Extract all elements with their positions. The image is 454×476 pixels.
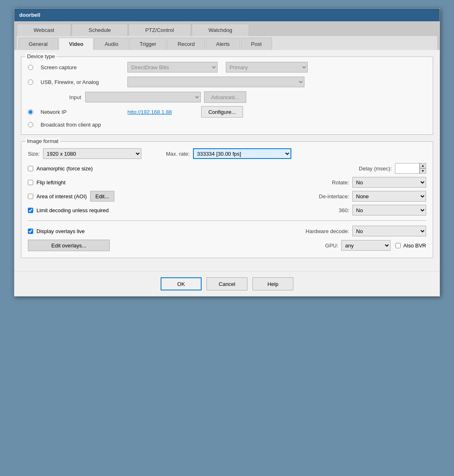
directdraw-select[interactable]: DirectDraw Blits xyxy=(127,62,218,73)
window-title: doorbell xyxy=(19,12,40,18)
size-rate-row: Size: 1920 x 1080 Max. rate: 333334 [30.… xyxy=(28,148,426,159)
gpu-row: GPU: any Also BVR xyxy=(325,240,426,251)
usb-label: USB, Firewire, or Analog xyxy=(41,79,123,85)
tab-post[interactable]: Post xyxy=(241,38,272,50)
delay-down-btn[interactable]: ▼ xyxy=(420,168,426,174)
aoi-deinterlace-row: Area of interest (AOI) Edit... De-interl… xyxy=(28,191,426,202)
anamorphic-delay-row: Anamorphic (force size) Delay (msec): 0 … xyxy=(28,163,426,174)
device-type-group: Device type Screen capture DirectDraw Bl… xyxy=(21,57,433,135)
max-rate-select[interactable]: 333334 [30.00 fps] xyxy=(193,148,291,159)
broadcast-radio[interactable] xyxy=(28,122,33,127)
tab-audio[interactable]: Audio xyxy=(94,38,128,50)
tab-schedule[interactable]: Schedule xyxy=(72,24,127,36)
360-label: 360: xyxy=(339,207,349,213)
tab-row-2-container: General Video Audio Trigger Record Alert… xyxy=(17,36,437,50)
flip-label: Flip left/right xyxy=(36,179,66,186)
aoi-checkbox[interactable] xyxy=(28,194,33,199)
delay-spinner: 0 ▲ ▼ xyxy=(395,163,426,174)
limit-decoding-label: Limit decoding unless required xyxy=(36,207,109,213)
aoi-row: Area of interest (AOI) Edit... xyxy=(28,191,319,202)
deinterlace-row: De-interlace: None xyxy=(319,191,426,202)
flip-checkbox[interactable] xyxy=(28,180,33,185)
delay-label: Delay (msec): xyxy=(359,165,392,172)
network-ip-row: Network IP http://192.168.1.88 Configure… xyxy=(28,106,426,118)
hardware-decode-select[interactable]: No xyxy=(352,226,426,236)
size-select[interactable]: 1920 x 1080 xyxy=(43,148,141,159)
device-type-label: Device type xyxy=(25,53,57,59)
display-overlays-checkbox[interactable] xyxy=(28,229,33,234)
overlays-hardware-row: Display overlays live Hardware decode: N… xyxy=(28,226,426,236)
limit-decoding-checkbox[interactable] xyxy=(28,208,33,213)
primary-select[interactable]: Primary xyxy=(226,62,308,73)
limit-360-row: Limit decoding unless required 360: No xyxy=(28,205,426,215)
tab-row-2: General Video Audio Trigger Record Alert… xyxy=(18,38,436,50)
screen-capture-row: Screen capture DirectDraw Blits Primary xyxy=(28,62,426,73)
tabs-container: Webcast Schedule PTZ/Control Watchdog Ge… xyxy=(14,21,440,50)
bottom-buttons-bar: OK Cancel Help xyxy=(14,271,440,296)
usb-radio[interactable] xyxy=(28,79,33,85)
input-row: Input Advanced... xyxy=(28,91,426,103)
size-label: Size: xyxy=(28,151,40,157)
rotate-row: Rotate: No xyxy=(332,177,426,188)
deinterlace-select[interactable]: None xyxy=(352,191,426,202)
flip-row: Flip left/right xyxy=(28,179,332,186)
flip-rotate-row: Flip left/right Rotate: No xyxy=(28,177,426,188)
aoi-label: Area of interest (AOI) xyxy=(36,193,87,199)
screen-capture-radio[interactable] xyxy=(28,65,33,70)
also-bvr-row: Also BVR xyxy=(395,243,426,249)
tab-record[interactable]: Record xyxy=(167,38,205,50)
configure-button[interactable]: Configure... xyxy=(201,106,243,118)
deinterlace-label: De-interlace: xyxy=(319,193,349,199)
delay-input[interactable]: 0 xyxy=(395,163,420,174)
advanced-button[interactable]: Advanced... xyxy=(204,91,246,103)
ok-button[interactable]: OK xyxy=(161,277,202,290)
display-overlays-label: Display overlays live xyxy=(36,228,85,234)
delay-row: Delay (msec): 0 ▲ ▼ xyxy=(359,163,426,174)
edit-overlays-section: Edit overlays... xyxy=(28,240,325,251)
input-label: Input xyxy=(28,94,85,100)
anamorphic-row: Anamorphic (force size) xyxy=(28,165,359,172)
edit-overlays-gpu-row: Edit overlays... GPU: any Also BVR xyxy=(28,240,426,251)
hardware-decode-label: Hardware decode: xyxy=(306,228,349,234)
also-bvr-checkbox[interactable] xyxy=(395,243,401,248)
separator xyxy=(28,220,426,221)
cancel-button[interactable]: Cancel xyxy=(207,277,247,290)
hardware-decode-row: Hardware decode: No xyxy=(306,226,426,236)
gpu-select[interactable]: any xyxy=(341,240,390,251)
dialog-window: doorbell Webcast Schedule PTZ/Control Wa… xyxy=(14,8,440,297)
network-ip-label: Network IP xyxy=(41,109,123,115)
network-ip-link[interactable]: http://192.168.1.88 xyxy=(127,109,172,115)
tab-video[interactable]: Video xyxy=(59,38,93,50)
tab-watchdog[interactable]: Watchdog xyxy=(192,24,249,36)
usb-device-select[interactable] xyxy=(127,77,304,87)
also-bvr-label: Also BVR xyxy=(403,243,426,249)
display-overlays-row: Display overlays live xyxy=(28,228,306,234)
delay-up-btn[interactable]: ▲ xyxy=(420,163,426,168)
tab-general[interactable]: General xyxy=(18,38,58,50)
anamorphic-label: Anamorphic (force size) xyxy=(36,165,93,172)
usb-row: USB, Firewire, or Analog xyxy=(28,77,426,87)
rotate-select[interactable]: No xyxy=(352,177,426,188)
anamorphic-checkbox[interactable] xyxy=(28,166,33,171)
tab-alerts[interactable]: Alerts xyxy=(206,38,240,50)
360-row: 360: No xyxy=(339,205,426,215)
network-ip-radio[interactable] xyxy=(28,109,33,115)
delay-spinner-buttons: ▲ ▼ xyxy=(420,163,426,174)
title-bar: doorbell xyxy=(14,9,440,21)
help-button[interactable]: Help xyxy=(252,277,293,290)
360-select[interactable]: No xyxy=(352,205,426,215)
content-area: Device type Screen capture DirectDraw Bl… xyxy=(14,50,440,271)
tab-ptz-control[interactable]: PTZ/Control xyxy=(129,24,191,36)
image-format-group: Image format Size: 1920 x 1080 Max. rate… xyxy=(21,141,433,258)
rotate-label: Rotate: xyxy=(332,179,349,186)
input-select[interactable] xyxy=(85,92,201,102)
image-format-label: Image format xyxy=(25,138,60,144)
edit-overlays-button[interactable]: Edit overlays... xyxy=(28,240,110,251)
broadcast-label: Broadcast from client app xyxy=(41,122,123,128)
limit-row: Limit decoding unless required xyxy=(28,207,339,213)
tab-row-1: Webcast Schedule PTZ/Control Watchdog xyxy=(17,24,437,36)
tab-trigger[interactable]: Trigger xyxy=(129,38,167,50)
edit-aoi-button[interactable]: Edit... xyxy=(90,191,114,202)
tab-webcast[interactable]: Webcast xyxy=(17,24,71,36)
broadcast-row: Broadcast from client app xyxy=(28,122,426,128)
